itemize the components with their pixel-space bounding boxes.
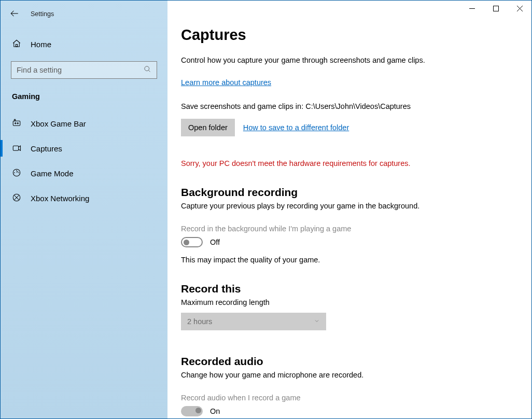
svg-point-11: [17, 122, 18, 123]
svg-rect-9: [15, 119, 16, 121]
save-path-label: Save screenshots and game clips in:: [181, 102, 303, 110]
svg-rect-12: [13, 146, 19, 150]
sidebar-home[interactable]: Home: [1, 35, 167, 54]
recorded-audio-desc: Change how your game and microphone are …: [181, 371, 511, 379]
sidebar-nav: Xbox Game Bar Captures Game Mode Xbox Ne…: [1, 111, 167, 211]
save-path: Save screenshots and game clips in: C:\U…: [181, 102, 511, 110]
xbox-icon: [12, 193, 21, 204]
record-audio-toggle[interactable]: [181, 406, 203, 416]
learn-more-link[interactable]: Learn more about captures: [181, 78, 271, 87]
background-toggle-state: Off: [210, 238, 220, 246]
hardware-error-text: Sorry, your PC doesn't meet the hardware…: [181, 159, 511, 167]
minimize-button[interactable]: [460, 1, 484, 16]
search-input-container[interactable]: [11, 61, 157, 79]
svg-rect-8: [13, 121, 20, 125]
sidebar-item-xbox-game-bar[interactable]: Xbox Game Bar: [1, 111, 167, 136]
open-folder-button[interactable]: Open folder: [181, 119, 235, 136]
sidebar-item-label: Xbox Networking: [31, 194, 89, 203]
svg-rect-1: [493, 6, 498, 11]
game-bar-icon: [12, 118, 21, 129]
sidebar-item-label: Captures: [31, 144, 62, 153]
content-pane: Captures Control how you capture your ga…: [167, 1, 531, 418]
page-title: Captures: [181, 26, 511, 44]
sidebar-item-game-mode[interactable]: Game Mode: [1, 161, 167, 186]
sidebar-item-label: Xbox Game Bar: [31, 119, 86, 128]
sidebar-section-heading: Gaming: [12, 92, 167, 101]
close-button[interactable]: [508, 1, 531, 16]
sidebar-item-captures[interactable]: Captures: [1, 136, 167, 161]
app-title: Settings: [31, 10, 54, 18]
svg-point-6: [145, 66, 149, 71]
home-icon: [12, 39, 21, 50]
chevron-down-icon: [314, 317, 320, 326]
game-mode-icon: [12, 168, 21, 179]
background-recording-desc: Capture your previous plays by recording…: [181, 202, 511, 210]
recorded-audio-heading: Recorded audio: [181, 355, 511, 368]
max-length-select[interactable]: 2 hours: [181, 313, 326, 330]
background-toggle-label: Record in the background while I'm playi…: [181, 225, 511, 233]
max-length-label: Maximum recording length: [181, 298, 511, 306]
background-impact-note: This may impact the quality of your game…: [181, 256, 511, 264]
search-input[interactable]: [17, 66, 144, 74]
svg-rect-5: [16, 45, 18, 47]
sidebar-item-label: Game Mode: [31, 169, 74, 178]
record-audio-toggle-label: Record audio when I record a game: [181, 394, 511, 402]
svg-line-7: [148, 70, 150, 72]
captures-icon: [12, 143, 21, 154]
record-this-heading: Record this: [181, 283, 511, 295]
search-icon: [144, 65, 151, 75]
record-audio-toggle-state: On: [210, 407, 220, 415]
back-icon[interactable]: [10, 9, 19, 20]
max-length-value: 2 hours: [187, 317, 212, 326]
page-intro: Control how you capture your game throug…: [181, 55, 451, 66]
sidebar: Settings Home Gaming Xbox Game Bar Captu…: [1, 1, 167, 418]
sidebar-item-xbox-networking[interactable]: Xbox Networking: [1, 186, 167, 211]
sidebar-home-label: Home: [31, 40, 51, 49]
window-controls: [460, 1, 531, 17]
background-record-toggle[interactable]: [181, 237, 203, 247]
maximize-button[interactable]: [484, 1, 508, 16]
svg-point-10: [15, 122, 16, 123]
save-path-value: C:\Users\John\Videos\Captures: [305, 102, 411, 110]
different-folder-link[interactable]: How to save to a different folder: [243, 123, 349, 132]
background-recording-heading: Background recording: [181, 186, 511, 199]
